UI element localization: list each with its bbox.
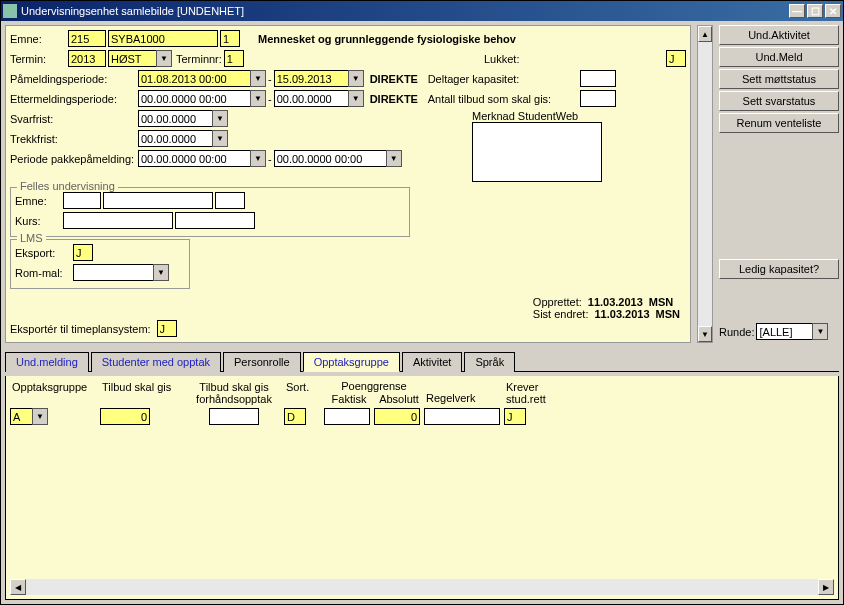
emne-subject[interactable] [108, 30, 218, 47]
maximize-button[interactable]: ☐ [807, 4, 823, 18]
hdr-sort: Sort. [284, 380, 324, 406]
tab-aktivitet[interactable]: Aktivitet [402, 352, 463, 372]
pakke-from[interactable] [138, 150, 250, 167]
opprettet-date: 11.03.2013 [588, 296, 643, 308]
row-tilbud[interactable] [100, 408, 150, 425]
app-icon [3, 4, 17, 18]
antall-label: Antall tilbud som skal gis: [428, 93, 578, 105]
horizontal-scrollbar[interactable]: ◀ ▶ [10, 579, 834, 595]
pakke-label: Periode pakkepåmelding: [10, 153, 136, 165]
renum-button[interactable]: Renum venteliste [719, 113, 839, 133]
mottstatus-button[interactable]: Sett møttstatus [719, 69, 839, 89]
tab-studenter[interactable]: Studenter med opptak [91, 352, 221, 372]
minimize-button[interactable]: — [789, 4, 805, 18]
eksporter-value[interactable] [157, 320, 177, 337]
row-krever[interactable] [504, 408, 526, 425]
felles-emne-2[interactable] [103, 192, 213, 209]
hdr-regelverk: Regelverk [424, 380, 504, 406]
eksporter-label: Eksportér til timeplansystem: [10, 323, 151, 335]
merknad-text[interactable] [472, 122, 602, 182]
tab-content: Opptaksgruppe Tilbud skal gis Tilbud ska… [5, 376, 839, 600]
antall-value[interactable] [580, 90, 616, 107]
termin-label: Termin: [10, 53, 66, 65]
tab-personrolle[interactable]: Personrolle [223, 352, 301, 372]
scroll-right-icon[interactable]: ▶ [818, 579, 834, 595]
lukket-label: Lukket: [484, 53, 664, 65]
chevron-down-icon[interactable]: ▼ [250, 90, 266, 107]
pameld-from[interactable] [138, 70, 250, 87]
row-faktisk[interactable] [324, 408, 370, 425]
chevron-down-icon[interactable]: ▼ [156, 50, 172, 67]
trekkfrist-label: Trekkfrist: [10, 133, 136, 145]
trekkfrist-value[interactable] [138, 130, 212, 147]
titlebar: Undervisningsenhet samlebilde [UNDENHET]… [1, 1, 843, 21]
pameld-mode: DIREKTE [370, 73, 426, 85]
close-button[interactable]: ✕ [825, 4, 841, 18]
tab-undmelding[interactable]: Und.melding [5, 352, 89, 372]
opprettet-user: MSN [649, 296, 673, 308]
lms-eksport-label: Eksport: [15, 247, 71, 259]
svarstatus-button[interactable]: Sett svarstatus [719, 91, 839, 111]
terminnr-label: Terminnr: [176, 53, 222, 65]
pameld-to[interactable] [274, 70, 348, 87]
chevron-down-icon[interactable]: ▼ [348, 90, 364, 107]
lms-eksport[interactable] [73, 244, 93, 261]
scroll-left-icon[interactable]: ◀ [10, 579, 26, 595]
pakke-to[interactable] [274, 150, 386, 167]
tab-sprak[interactable]: Språk [464, 352, 515, 372]
tab-opptaksgruppe[interactable]: Opptaksgruppe [303, 352, 400, 372]
sistendret-user: MSN [656, 308, 680, 320]
row-sort[interactable] [284, 408, 306, 425]
termin-year[interactable] [68, 50, 106, 67]
row-absolutt[interactable] [374, 408, 420, 425]
ledig-button[interactable]: Ledig kapasitet? [719, 259, 839, 279]
row-regelverk[interactable] [424, 408, 500, 425]
lms-rommal[interactable] [73, 264, 153, 281]
svarfrist-label: Svarfrist: [10, 113, 136, 125]
chevron-down-icon[interactable]: ▼ [212, 130, 228, 147]
vertical-scrollbar[interactable]: ▲ ▼ [697, 25, 713, 343]
tabs: Und.melding Studenter med opptak Personr… [5, 351, 839, 372]
runde-value[interactable] [756, 323, 812, 340]
scroll-down-icon[interactable]: ▼ [698, 326, 712, 342]
emne-code[interactable] [68, 30, 106, 47]
felles-kurs-1[interactable] [63, 212, 173, 229]
etter-from[interactable] [138, 90, 250, 107]
deltager-value[interactable] [580, 70, 616, 87]
table-row: ▼ [10, 408, 834, 425]
emne-label: Emne: [10, 33, 66, 45]
lukket-value[interactable] [666, 50, 686, 67]
chevron-down-icon[interactable]: ▼ [250, 70, 266, 87]
terminnr[interactable] [224, 50, 244, 67]
chevron-down-icon[interactable]: ▼ [250, 150, 266, 167]
chevron-down-icon[interactable]: ▼ [348, 70, 364, 87]
chevron-down-icon[interactable]: ▼ [812, 323, 828, 340]
scroll-up-icon[interactable]: ▲ [698, 26, 712, 42]
opprettet-label: Opprettet: [533, 296, 582, 308]
felles-emne-1[interactable] [63, 192, 101, 209]
merknad-label: Merknad StudentWeb [472, 110, 578, 122]
sistendret-label: Sist endret: [533, 308, 589, 320]
row-gruppe[interactable] [10, 408, 32, 425]
hdr-forhandsopptak: Tilbud skal gis forhåndsopptak [184, 380, 284, 406]
felles-emne-3[interactable] [215, 192, 245, 209]
sistendret-date: 11.03.2013 [594, 308, 649, 320]
etter-to[interactable] [274, 90, 348, 107]
undaktivitet-button[interactable]: Und.Aktivitet [719, 25, 839, 45]
emne-num[interactable] [220, 30, 240, 47]
main-panel: Emne: Mennesket og grunnleggende fysiolo… [5, 25, 691, 343]
emne-title: Mennesket og grunnleggende fysiologiske … [258, 33, 516, 45]
termin-season[interactable] [108, 50, 156, 67]
hdr-kreverstudrett: Krever stud.rett [504, 380, 564, 406]
felles-kurs-2[interactable] [175, 212, 255, 229]
felles-emne-label: Emne: [15, 195, 61, 207]
row-forhand[interactable] [209, 408, 259, 425]
chevron-down-icon[interactable]: ▼ [212, 110, 228, 127]
chevron-down-icon[interactable]: ▼ [153, 264, 169, 281]
chevron-down-icon[interactable]: ▼ [32, 408, 48, 425]
chevron-down-icon[interactable]: ▼ [386, 150, 402, 167]
undmeld-button[interactable]: Und.Meld [719, 47, 839, 67]
felles-legend: Felles undervisning [17, 180, 118, 192]
felles-kurs-label: Kurs: [15, 215, 61, 227]
svarfrist-value[interactable] [138, 110, 212, 127]
